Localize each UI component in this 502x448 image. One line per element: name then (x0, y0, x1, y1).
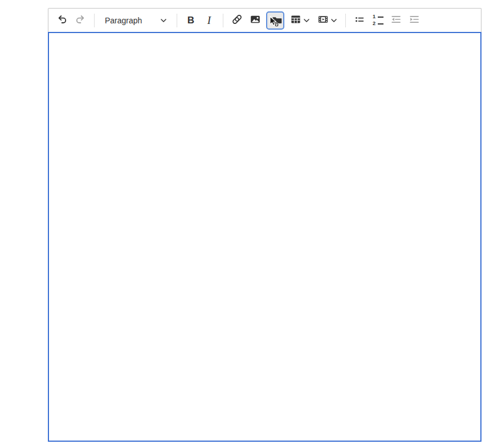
outdent-icon (390, 14, 402, 27)
link-icon (231, 14, 243, 27)
indent-icon (409, 14, 420, 27)
italic-button[interactable]: I (201, 13, 217, 28)
numbered-list-glyph-2: 2 (373, 21, 376, 26)
toolbar-separator (94, 14, 95, 27)
media-icon (317, 14, 329, 27)
media-embed-dropdown[interactable] (315, 13, 340, 28)
numbered-list-glyph-1: 1 (373, 14, 376, 19)
toolbar-separator (177, 14, 177, 27)
list-line (378, 23, 383, 25)
toolbar-separator (223, 14, 223, 27)
toolbar-separator (345, 14, 346, 27)
italic-glyph: I (207, 14, 211, 27)
undo-button[interactable] (54, 13, 70, 28)
chevron-down-icon (304, 19, 309, 22)
page-background: Paragraph B I (0, 0, 502, 448)
chevron-down-icon (331, 19, 337, 22)
browse-files-button[interactable] (266, 11, 284, 30)
heading-dropdown-label: Paragraph (105, 16, 142, 25)
bold-button[interactable]: B (183, 13, 199, 28)
chevron-down-icon (161, 19, 166, 22)
insert-image-button[interactable] (247, 13, 263, 28)
indent-button[interactable] (406, 13, 422, 28)
insert-table-dropdown[interactable] (287, 13, 312, 28)
heading-dropdown[interactable]: Paragraph (99, 12, 172, 29)
list-line (378, 17, 383, 18)
undo-icon (56, 14, 68, 27)
editor-content-area[interactable] (48, 32, 481, 442)
folder-icon (271, 14, 283, 27)
bulleted-list-icon (354, 14, 365, 27)
redo-button[interactable] (72, 13, 88, 28)
numbered-list-button[interactable]: 1 2 (370, 13, 386, 28)
link-button[interactable] (229, 13, 245, 28)
numbered-list-icon: 1 2 (373, 14, 383, 26)
redo-icon (75, 14, 86, 27)
bulleted-list-button[interactable] (352, 13, 368, 28)
outdent-button[interactable] (388, 13, 404, 28)
table-icon (290, 14, 301, 27)
image-icon (250, 14, 261, 27)
editor-toolbar: Paragraph B I (48, 8, 481, 32)
rich-text-editor: Paragraph B I (48, 8, 481, 442)
bold-glyph: B (187, 15, 194, 26)
